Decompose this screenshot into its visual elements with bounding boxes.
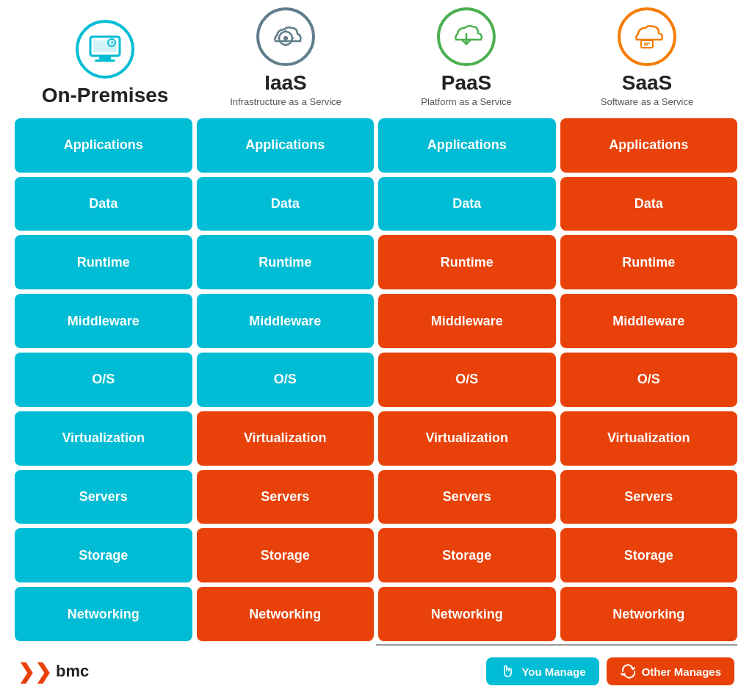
grid-row-8: NetworkingNetworkingNetworkingNetworking [15, 587, 737, 641]
grid-cell-2-1: Runtime [197, 235, 375, 289]
svg-rect-11 [641, 40, 653, 48]
grid-cell-3-2: Middleware [378, 294, 556, 348]
grid-cell-3-3: Middleware [560, 294, 738, 348]
grid-cell-6-1: Servers [197, 470, 375, 524]
grid-cell-4-3: O/S [560, 353, 738, 407]
grid-cell-6-3: Servers [560, 470, 738, 524]
header-on-premises: On-Premises [15, 20, 195, 107]
grid-cell-0-0: Applications [15, 118, 192, 173]
grid-cell-0-2: Applications [378, 118, 556, 173]
grid-row-0: ApplicationsApplicationsApplicationsAppl… [15, 118, 737, 173]
header-paas: PaaS Platform as a Service [376, 7, 557, 107]
divider-area [15, 644, 737, 647]
grid-cell-6-0: Servers [15, 470, 192, 524]
grid-row-3: MiddlewareMiddlewareMiddlewareMiddleware [15, 294, 737, 348]
grid-cell-4-1: O/S [197, 353, 375, 407]
on-premises-icon-circle [76, 20, 134, 79]
header-saas: SaaS Software as a Service [557, 7, 737, 107]
grid-cell-7-3: Storage [560, 528, 738, 582]
iaas-title: IaaS [264, 72, 307, 95]
grid-cell-4-2: O/S [378, 353, 556, 407]
legend: You Manage Other Manages [486, 657, 734, 685]
grid-cell-0-1: Applications [197, 118, 375, 173]
grid-cell-3-0: Middleware [15, 294, 192, 348]
comparison-grid: ApplicationsApplicationsApplicationsAppl… [15, 118, 737, 641]
header-row: On-Premises IaaS Infrastructure as a Ser… [15, 7, 737, 111]
main-container: On-Premises IaaS Infrastructure as a Ser… [0, 0, 752, 700]
grid-cell-7-2: Storage [378, 528, 556, 582]
on-premises-title: On-Premises [42, 84, 169, 107]
refresh-icon [620, 663, 636, 679]
legend-you-manage: You Manage [486, 657, 599, 685]
saas-subtitle: Software as a Service [601, 96, 693, 107]
grid-cell-8-2: Networking [378, 587, 556, 641]
grid-cell-5-1: Virtualization [197, 411, 375, 466]
other-manages-label: Other Manages [642, 665, 721, 678]
grid-cell-1-0: Data [15, 177, 192, 231]
grid-cell-4-0: O/S [15, 353, 192, 407]
legend-other-manages: Other Manages [607, 657, 734, 685]
saas-title: SaaS [622, 72, 673, 95]
svg-rect-1 [99, 56, 111, 59]
you-manage-label: You Manage [521, 665, 585, 678]
grid-row-7: StorageStorageStorageStorage [15, 528, 737, 582]
grid-cell-7-0: Storage [15, 528, 192, 582]
grid-cell-1-3: Data [560, 177, 738, 231]
paas-subtitle: Platform as a Service [421, 96, 512, 107]
grid-cell-2-0: Runtime [15, 235, 192, 289]
grid-cell-2-3: Runtime [560, 235, 738, 289]
grid-cell-5-3: Virtualization [560, 411, 738, 466]
iaas-subtitle: Infrastructure as a Service [230, 96, 341, 107]
header-iaas: IaaS Infrastructure as a Service [195, 7, 376, 107]
grid-cell-1-1: Data [197, 177, 375, 231]
grid-cell-7-1: Storage [197, 528, 375, 582]
bmc-logo: ❯❯ bmc [18, 660, 89, 684]
grid-cell-5-2: Virtualization [378, 411, 556, 466]
bmc-chevron-icon: ❯❯ [18, 660, 51, 684]
grid-row-5: VirtualizationVirtualizationVirtualizati… [15, 411, 737, 466]
grid-row-2: RuntimeRuntimeRuntimeRuntime [15, 235, 737, 289]
grid-cell-3-1: Middleware [197, 294, 375, 348]
grid-row-1: DataDataDataData [15, 177, 737, 231]
grid-row-4: O/SO/SO/SO/S [15, 353, 737, 407]
bmc-brand-text: bmc [56, 662, 89, 681]
svg-point-6 [283, 36, 288, 40]
grid-cell-6-2: Servers [378, 470, 556, 524]
iaas-icon-circle [256, 7, 315, 66]
saas-icon-circle [618, 7, 676, 66]
divider-line [376, 644, 737, 646]
grid-cell-8-0: Networking [15, 587, 192, 641]
grid-cell-8-1: Networking [197, 587, 375, 641]
grid-cell-8-3: Networking [560, 587, 738, 641]
grid-cell-0-3: Applications [560, 118, 738, 173]
hand-icon [499, 663, 516, 679]
paas-title: PaaS [441, 72, 492, 95]
paas-icon-circle [437, 7, 496, 66]
grid-cell-1-2: Data [378, 177, 556, 231]
grid-cell-2-2: Runtime [378, 235, 556, 289]
grid-cell-5-0: Virtualization [15, 411, 192, 466]
svg-rect-2 [95, 59, 115, 62]
grid-row-6: ServersServersServersServers [15, 470, 737, 524]
footer: ❯❯ bmc You Manage [15, 657, 737, 685]
